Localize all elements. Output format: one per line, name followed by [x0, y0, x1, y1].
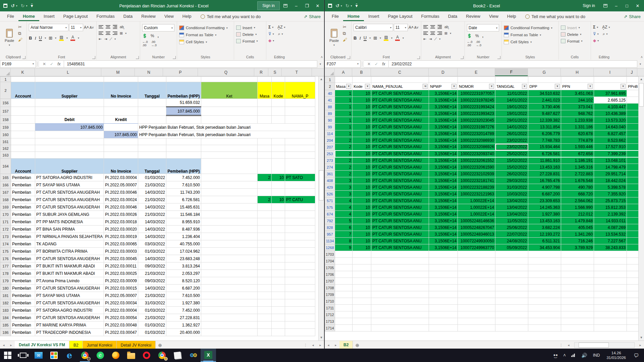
cell[interactable]: PI.2022.03.00045 — [104, 255, 138, 262]
cell[interactable] — [285, 277, 315, 285]
cut-icon[interactable]: ✂ — [18, 25, 22, 29]
filter-dropdown-icon[interactable]: ▼ — [555, 84, 560, 89]
cell[interactable]: Pembelian — [11, 255, 35, 262]
cell[interactable] — [561, 325, 594, 331]
cell[interactable]: PI.2022.03.00046 — [104, 203, 138, 211]
cell[interactable] — [201, 196, 258, 203]
cell[interactable]: PPnB — [627, 83, 639, 90]
cell[interactable] — [335, 325, 353, 331]
cell[interactable]: PT SATORIA AGRO INDUSTRI — [35, 307, 104, 314]
cell[interactable] — [371, 77, 429, 83]
format-as-table-button[interactable]: Format as Table▾ — [179, 33, 232, 37]
cell[interactable]: 34.453.904 — [528, 244, 561, 251]
cell[interactable]: 10 — [353, 90, 371, 97]
row-header-181[interactable]: 181 — [0, 292, 11, 299]
font-dialog-launcher[interactable] — [92, 56, 95, 59]
cell[interactable]: 2.139.392 — [594, 211, 627, 218]
formula-input[interactable]: 23/02/2022 — [389, 60, 637, 68]
cell[interactable]: No Invoice — [104, 159, 138, 174]
cell[interactable] — [272, 248, 285, 255]
cell[interactable]: Pembelian — [11, 299, 35, 307]
cell[interactable] — [285, 270, 315, 277]
cell[interactable]: 13.048.101 — [594, 157, 627, 164]
cell[interactable]: 6.726.581 — [166, 196, 201, 203]
cell[interactable] — [201, 226, 258, 233]
row-header-178[interactable]: 178 — [0, 270, 11, 277]
cell[interactable] — [258, 226, 272, 233]
cell[interactable] — [104, 152, 138, 159]
action-center-icon[interactable]: 🗩 — [630, 349, 643, 362]
cell[interactable]: 01/03/2022 — [138, 248, 166, 255]
underline-button[interactable]: U — [39, 35, 42, 41]
cell[interactable]: 1.566.990 — [561, 204, 594, 211]
cell[interactable] — [627, 191, 639, 197]
cell[interactable] — [627, 197, 639, 204]
tab-splitter-icon[interactable]: ⋮ — [557, 341, 565, 349]
cell[interactable] — [11, 152, 35, 159]
cell-styles-button[interactable]: Cell Styles▾ — [179, 40, 232, 44]
cell[interactable]: PT NIRMALA PANGAN SEJAHTERA — [35, 233, 104, 240]
cell[interactable] — [429, 271, 458, 278]
cell[interactable] — [138, 138, 166, 145]
align-middle-icon[interactable] — [430, 24, 435, 29]
cell[interactable] — [561, 298, 594, 305]
cell[interactable]: 4.907.798 — [528, 184, 561, 191]
tell-me-box[interactable]: Tell me what you want to do — [201, 14, 261, 21]
cell[interactable] — [495, 291, 528, 298]
cell[interactable]: 6.687.200 — [166, 285, 201, 292]
cell[interactable]: 3,1506E+14 — [429, 104, 458, 110]
cell[interactable] — [285, 138, 315, 145]
column-header-K[interactable]: K — [11, 68, 35, 76]
row-header-2[interactable]: 2 — [0, 82, 11, 99]
cell[interactable] — [429, 251, 458, 258]
cell[interactable]: PT CATUR SENTOSA ANU — [371, 150, 429, 157]
cell[interactable] — [201, 307, 258, 314]
font-color-icon[interactable]: A — [395, 35, 400, 41]
cell[interactable] — [335, 285, 353, 291]
cell[interactable] — [166, 116, 201, 124]
cell[interactable]: 774.879 — [561, 137, 594, 144]
align-top-icon[interactable] — [99, 24, 103, 29]
cell[interactable]: NAMA_PENJUAL▼̸ — [371, 83, 429, 90]
filter-dropdown-icon[interactable]: ▼ — [346, 84, 351, 89]
language-indicator[interactable]: IND — [590, 353, 603, 358]
cell[interactable]: DPP▼ — [528, 83, 561, 90]
cell[interactable] — [11, 131, 35, 138]
cell[interactable]: ▼ — [594, 83, 627, 90]
cell[interactable]: 14/03/2022 — [138, 218, 166, 226]
cell[interactable]: NOMOR▼ — [458, 83, 495, 90]
cell[interactable] — [258, 233, 272, 240]
row-header-160[interactable]: 160 — [0, 131, 11, 138]
cell[interactable] — [285, 314, 315, 321]
cell[interactable]: 22/07/2022 — [495, 231, 528, 238]
cell[interactable] — [201, 116, 258, 124]
cell[interactable] — [272, 285, 285, 292]
align-center-icon[interactable] — [430, 31, 435, 36]
cell[interactable]: 1 — [335, 117, 353, 124]
cell[interactable] — [429, 325, 458, 331]
cell[interactable] — [561, 264, 594, 271]
cell[interactable] — [627, 104, 639, 110]
align-right-icon[interactable] — [113, 31, 117, 36]
ribbon-tab-data[interactable]: Data — [444, 12, 462, 21]
row-header-41[interactable]: 41 — [325, 97, 335, 104]
cell[interactable]: Pembelian — [11, 248, 35, 255]
cell[interactable] — [495, 305, 528, 311]
borders-icon[interactable]: ⊞ — [49, 36, 52, 41]
cell[interactable] — [335, 251, 353, 258]
cell[interactable] — [627, 305, 639, 311]
name-box[interactable]: F207▾ — [325, 60, 361, 68]
cell[interactable]: Pembelian — [11, 307, 35, 314]
cell[interactable]: 10 — [353, 97, 371, 104]
cell[interactable] — [627, 110, 639, 117]
vertical-scrollbar-left[interactable]: ▲ ▼ — [318, 76, 324, 341]
row-header-88[interactable]: 88 — [325, 104, 335, 110]
format-cells-button[interactable]: Format▾ — [236, 39, 264, 43]
cell[interactable]: PI.2022.03.00054 — [104, 314, 138, 321]
cell[interactable] — [201, 329, 258, 336]
accounting-format-icon[interactable]: 💲 — [142, 34, 147, 38]
cell[interactable]: 11/05/2022 — [495, 218, 528, 224]
cell[interactable]: PT CATUR SENTOSA ANU — [371, 90, 429, 97]
cell[interactable] — [528, 77, 561, 83]
cell[interactable]: Kredit — [104, 116, 138, 124]
